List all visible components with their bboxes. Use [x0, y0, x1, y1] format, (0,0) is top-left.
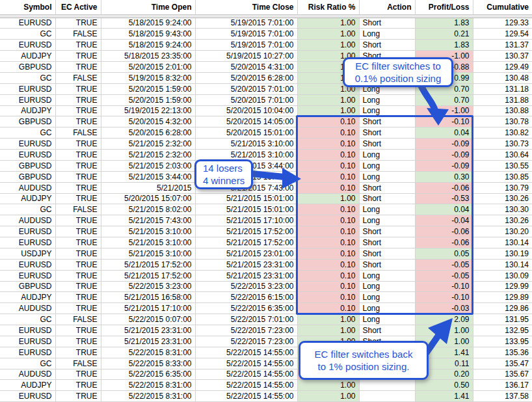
cell-ec_active[interactable]: TRUE — [55, 18, 101, 29]
cell-cumulative[interactable]: 137.58 — [473, 391, 532, 402]
cell-risk_ratio[interactable]: 0.10 — [297, 303, 359, 314]
cell-cumulative[interactable]: 130.55 — [473, 160, 532, 171]
cell-risk_ratio[interactable]: 1.00 — [297, 40, 359, 51]
cell-risk_ratio[interactable]: 1.00 — [297, 193, 359, 204]
cell-time_close[interactable]: 5/21/2015 17:52:00 — [195, 237, 297, 248]
cell-action[interactable]: Short — [359, 237, 415, 248]
cell-risk_ratio[interactable]: 0.10 — [297, 292, 359, 303]
cell-cumulative[interactable]: 130.85 — [473, 171, 532, 182]
cell-profit_loss[interactable]: -0.10 — [415, 281, 473, 292]
cell-time_close[interactable]: 5/20/2015 7:01:00 — [195, 83, 297, 94]
callout-ec-filter-on[interactable]: EC filter switches to 0.1% position sizi… — [343, 57, 453, 87]
cell-time_open[interactable]: 5/21/2015 3:10:00 — [101, 248, 195, 259]
cell-time_open[interactable]: 5/22/2015 3:23:00 — [101, 281, 195, 292]
cell-time_open[interactable]: 5/18/2015 9:24:00 — [101, 18, 195, 29]
cell-cumulative[interactable]: 131.88 — [473, 94, 532, 105]
cell-ec_active[interactable]: TRUE — [55, 62, 101, 73]
cell-risk_ratio[interactable]: 1.00 — [297, 94, 359, 105]
cell-symbol[interactable]: EURUSD — [0, 150, 55, 161]
cell-symbol[interactable]: EURUSD — [0, 347, 55, 358]
cell-ec_active[interactable]: FALSE — [55, 204, 101, 215]
column-header-time_close[interactable]: Time Close — [195, 0, 297, 14]
cell-time_open[interactable]: 5/19/2015 8:32:00 — [101, 72, 195, 83]
cell-symbol[interactable]: EURUSD — [0, 94, 55, 105]
cell-profit_loss[interactable]: -0.06 — [415, 182, 473, 193]
cell-cumulative[interactable]: 130.73 — [473, 139, 532, 150]
cell-symbol[interactable]: AUDJPY — [0, 105, 55, 116]
cell-time_open[interactable]: 5/21/2015 17:52:00 — [101, 259, 195, 270]
callout-losers-winners[interactable]: 14 losers 4 winners — [194, 159, 253, 189]
cell-ec_active[interactable]: TRUE — [55, 150, 101, 161]
cell-action[interactable] — [359, 380, 415, 391]
cell-time_close[interactable]: 5/20/2015 6:28:00 — [195, 72, 297, 83]
cell-time_close[interactable]: 5/22/2015 14:55:00 — [195, 347, 297, 358]
cell-ec_active[interactable]: TRUE — [55, 347, 101, 358]
cell-ec_active[interactable]: TRUE — [55, 292, 101, 303]
cell-profit_loss[interactable]: 0.05 — [415, 248, 473, 259]
cell-risk_ratio[interactable]: 0.10 — [297, 215, 359, 226]
cell-cumulative[interactable]: 129.54 — [473, 29, 532, 40]
cell-symbol[interactable]: AUDUSD — [0, 303, 55, 314]
cell-symbol[interactable]: EURUSD — [0, 83, 55, 94]
cell-symbol[interactable]: GC — [0, 72, 55, 83]
cell-ec_active[interactable]: TRUE — [55, 51, 101, 62]
cell-ec_active[interactable]: TRUE — [55, 369, 101, 380]
cell-time_close[interactable]: 5/19/2015 7:01:00 — [195, 18, 297, 29]
cell-time_close[interactable]: 5/21/2015 23:31:00 — [195, 259, 297, 270]
cell-cumulative[interactable]: 129.49 — [473, 62, 532, 73]
cell-profit_loss[interactable]: -0.09 — [415, 160, 473, 171]
cell-symbol[interactable]: EURUSD — [0, 40, 55, 51]
cell-profit_loss[interactable]: -0.06 — [415, 237, 473, 248]
cell-time_open[interactable]: 5/21/2015 7:43:00 — [101, 215, 195, 226]
cell-action[interactable]: Long — [359, 160, 415, 171]
cell-ec_active[interactable]: TRUE — [55, 380, 101, 391]
column-header-profit_loss[interactable]: Profit/Loss — [415, 0, 473, 14]
cell-time_close[interactable]: 5/22/2015 14:55:00 — [195, 358, 297, 369]
cell-time_open[interactable]: 5/22/2015 6:35:00 — [101, 369, 195, 380]
cell-action[interactable]: Short — [359, 116, 415, 127]
cell-action[interactable]: Long — [359, 150, 415, 161]
cell-ec_active[interactable]: TRUE — [55, 303, 101, 314]
cell-symbol[interactable]: EURUSD — [0, 139, 55, 150]
cell-cumulative[interactable]: 135.47 — [473, 358, 532, 369]
cell-action[interactable]: Short — [359, 18, 415, 29]
cell-profit_loss[interactable]: -0.05 — [415, 270, 473, 281]
cell-time_open[interactable]: 5/20/2015 1:59:00 — [101, 83, 195, 94]
cell-time_open[interactable]: 5/22/2015 8:31:00 — [101, 380, 195, 391]
cell-risk_ratio[interactable]: 1.00 — [297, 18, 359, 29]
cell-cumulative[interactable]: 129.86 — [473, 303, 532, 314]
cell-risk_ratio[interactable]: 0.10 — [297, 171, 359, 182]
cell-symbol[interactable]: USDJPY — [0, 248, 55, 259]
cell-time_open[interactable]: 5/21/2015 — [101, 182, 195, 193]
cell-profit_loss[interactable]: 0.50 — [415, 380, 473, 391]
cell-time_close[interactable]: 5/21/2015 17:52:00 — [195, 226, 297, 237]
cell-action[interactable]: Long — [359, 204, 415, 215]
cell-ec_active[interactable]: FALSE — [55, 314, 101, 325]
column-header-risk_ratio[interactable]: Risk Ratio % — [297, 0, 359, 14]
cell-time_close[interactable]: 5/20/2015 10:04:00 — [195, 105, 297, 116]
cell-cumulative[interactable]: 130.26 — [473, 215, 532, 226]
cell-profit_loss[interactable]: -0.04 — [415, 215, 473, 226]
cell-time_open[interactable]: 5/22/2015 8:31:00 — [101, 347, 195, 358]
cell-cumulative[interactable]: 129.33 — [473, 18, 532, 29]
cell-profit_loss[interactable]: -0.10 — [415, 116, 473, 127]
cell-ec_active[interactable]: TRUE — [55, 94, 101, 105]
cell-risk_ratio[interactable]: 0.10 — [297, 182, 359, 193]
cell-profit_loss[interactable]: 1.41 — [415, 391, 473, 402]
cell-action[interactable]: Short — [359, 139, 415, 150]
cell-symbol[interactable]: EURUSD — [0, 325, 55, 336]
cell-ec_active[interactable]: TRUE — [55, 193, 101, 204]
cell-ec_active[interactable]: TRUE — [55, 116, 101, 127]
cell-risk_ratio[interactable]: 1.00 — [297, 391, 359, 402]
cell-symbol[interactable]: GBPUSD — [0, 62, 55, 73]
cell-action[interactable]: Long — [359, 171, 415, 182]
column-header-action[interactable]: Action — [359, 0, 415, 14]
cell-time_close[interactable]: 5/21/2015 3:10:00 — [195, 139, 297, 150]
cell-risk_ratio[interactable]: 1.00 — [297, 314, 359, 325]
cell-ec_active[interactable]: TRUE — [55, 248, 101, 259]
cell-symbol[interactable]: AUDUSD — [0, 215, 55, 226]
cell-time_close[interactable]: 5/22/2015 7:23:00 — [195, 325, 297, 336]
cell-time_open[interactable]: 5/22/2015 0:07:00 — [101, 314, 195, 325]
cell-risk_ratio[interactable]: 0.10 — [297, 226, 359, 237]
cell-time_open[interactable]: 5/20/2015 2:01:00 — [101, 62, 195, 73]
